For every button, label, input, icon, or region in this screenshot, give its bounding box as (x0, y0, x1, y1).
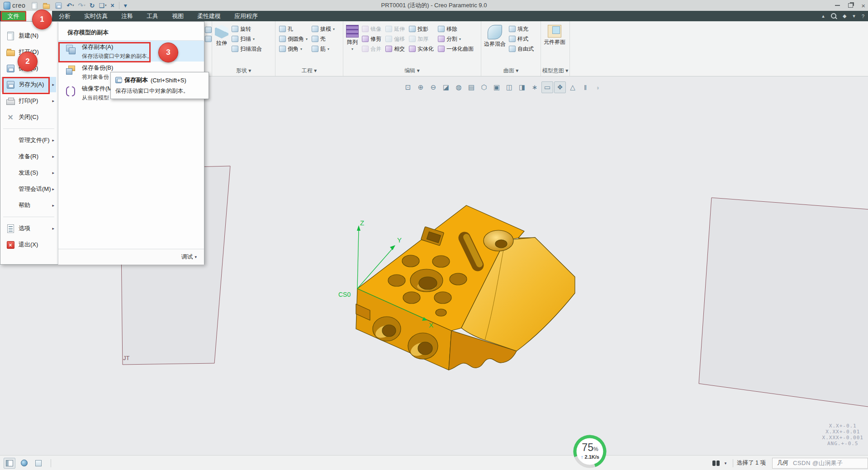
trim-button[interactable]: 修剪 (361, 34, 382, 44)
file-menu-item-close[interactable]: ×关闭(C) (1, 109, 56, 125)
file-menu-item-new[interactable]: 新建(N) (1, 28, 56, 43)
repaint-button[interactable]: ◪ (440, 81, 452, 93)
help-icon[interactable]: ? (862, 14, 864, 19)
chamfer-button[interactable]: 倒角▾ (278, 44, 308, 54)
print-icon (5, 97, 16, 105)
remove-button[interactable]: 移除 (437, 24, 474, 34)
search-icon[interactable] (831, 13, 836, 19)
split-button[interactable]: 分割▾ (437, 34, 474, 44)
zoom-out-button[interactable]: ⊖ (427, 81, 439, 93)
tooltip-shortcut: (Ctrl+Shift+S) (151, 77, 186, 84)
undo-button[interactable]: ↶▾ (65, 1, 75, 9)
save-button[interactable] (53, 1, 64, 10)
pattern-button[interactable]: 阵列▾ (346, 24, 359, 54)
group-label-surface[interactable]: 曲面 ▾ (481, 67, 541, 76)
rib-icon (312, 46, 318, 52)
toggle-model-tree-button[interactable] (4, 458, 15, 469)
close-button[interactable]: × (861, 2, 865, 9)
capture-button[interactable]: ▣ (491, 81, 503, 93)
ribbon-group-edit: 阵列▾镜像修剪合并延伸偏移相交投影加厚实体化移除分割▾一体化曲面编辑 ▾ (343, 21, 481, 76)
more-options-icon[interactable]: ▾ (853, 13, 855, 19)
solidify-button[interactable]: 实体化 (408, 44, 435, 54)
tab-view[interactable]: 视图 (165, 11, 190, 21)
swept-blend-button[interactable]: 扫描混合 (231, 44, 263, 54)
collapse-ribbon-icon[interactable]: ▴ (822, 13, 825, 19)
browser-button[interactable] (18, 458, 30, 469)
fill-button[interactable]: 填充 (508, 24, 535, 34)
mirror-part-icon (64, 85, 77, 103)
tab-tools[interactable]: 工具 (140, 11, 165, 21)
group-label-engineering[interactable]: 工程 ▾ (275, 67, 343, 76)
saved-orientations-button[interactable]: ▤ (465, 81, 477, 93)
style-button[interactable]: 样式 (508, 34, 535, 44)
submenu-arrow-icon: ▸ (52, 99, 54, 103)
datum-plane-right[interactable] (699, 198, 868, 409)
selection-filter[interactable]: 几何 CSDN @山涧果子 (772, 458, 868, 469)
customize-qat-button[interactable]: ▾ (123, 1, 128, 9)
file-menu-item-manage-session[interactable]: 管理会话(M)▸ (1, 181, 56, 197)
annotation-display-button[interactable]: ▭ (541, 81, 553, 93)
file-menu-item-exit[interactable]: ×退出(X) (1, 237, 56, 252)
remove-icon (438, 26, 445, 32)
part-model[interactable]: Z Y X CS0 (338, 205, 575, 370)
graphics-window-button[interactable] (33, 458, 44, 469)
trim-icon (362, 36, 369, 42)
tab-applications[interactable]: 应用程序 (228, 11, 265, 21)
open-file-icon (43, 4, 50, 9)
intersect-button[interactable]: 相交 (384, 44, 406, 54)
file-menu-item-help[interactable]: 帮助▸ (1, 198, 56, 213)
tab-flexible-modeling[interactable]: 柔性建模 (190, 11, 228, 21)
sweep-button[interactable]: 扫描▾ (231, 34, 263, 44)
hole-button[interactable]: 孔 (278, 24, 308, 34)
find-button[interactable] (710, 458, 722, 469)
zoom-in-button[interactable]: ⊕ (415, 81, 427, 93)
tab-annotate[interactable]: 注释 (114, 11, 140, 21)
boundary-blend-button[interactable]: 边界混合 (484, 24, 506, 54)
group-label-shape[interactable]: 形状 ▾ (212, 67, 275, 76)
new-file-button[interactable] (30, 0, 39, 11)
regenerate-button[interactable]: ↻ (88, 1, 96, 9)
shell-button[interactable]: 壳 (311, 34, 336, 44)
draft-button[interactable]: 拔模▾ (311, 24, 336, 34)
spin-center-button[interactable]: ❖ (554, 81, 566, 93)
project-button[interactable]: 投影 (408, 24, 435, 34)
extrude-button[interactable]: 拉伸 (215, 24, 228, 54)
save-icon (56, 2, 62, 9)
file-menu-item-print[interactable]: 打印(P)▸ (1, 93, 56, 109)
find-dropdown[interactable]: ▾ (722, 458, 729, 469)
tab-analysis[interactable]: 分析 (52, 11, 77, 21)
component-interface-button[interactable]: 元件界面 (544, 24, 565, 46)
section-button[interactable]: ◨ (516, 81, 528, 93)
redo-button[interactable]: ↷▾ (76, 1, 86, 9)
freestyle-button[interactable]: 自由式 (508, 44, 535, 54)
shading-button[interactable]: ◍ (453, 81, 465, 93)
datum-display-button[interactable]: ∗ (529, 81, 541, 93)
learning-connector-icon[interactable]: ◆ (843, 13, 846, 19)
open-file-button[interactable] (41, 1, 52, 10)
perspective-button[interactable]: △ (567, 81, 579, 93)
pause-button[interactable]: ‖ (579, 81, 591, 93)
revolve-button[interactable]: 旋转 (231, 24, 263, 34)
tab-live-simulation[interactable]: 实时仿真 (77, 11, 114, 21)
round-button[interactable]: 倒圆角▾ (278, 34, 308, 44)
display-style-button[interactable]: ◫ (503, 81, 515, 93)
zoom-fit-button[interactable]: ⊡ (402, 81, 414, 93)
consolidated-surface-button[interactable]: 一体化曲面 (437, 44, 474, 54)
close-window-button[interactable]: × (109, 1, 116, 9)
view-manager-button[interactable]: ⬡ (478, 81, 490, 93)
binoculars-icon (712, 461, 720, 466)
file-menu-item-manage-file[interactable]: 管理文件(F)▸ (1, 133, 56, 148)
minimize-button[interactable] (835, 5, 840, 6)
group-label-edit[interactable]: 编辑 ▾ (343, 67, 481, 76)
rib-button[interactable]: 筋▾ (311, 44, 336, 54)
shell-icon (312, 36, 318, 42)
restore-button[interactable] (848, 3, 853, 8)
file-menu-item-send[interactable]: 发送(S)▸ (1, 165, 56, 180)
file-menu-item-prepare[interactable]: 准备(R)▸ (1, 149, 56, 164)
windows-button[interactable]: ❏▾ (97, 1, 108, 9)
file-menu-item-options[interactable]: 选项▸ (1, 221, 56, 236)
dropdown-icon: ▾ (105, 4, 107, 7)
group-label-intent[interactable]: 模型意图 ▾ (541, 67, 569, 76)
submenu-arrow-icon: ▸ (52, 82, 54, 87)
debug-button[interactable]: 调试 (181, 253, 193, 261)
